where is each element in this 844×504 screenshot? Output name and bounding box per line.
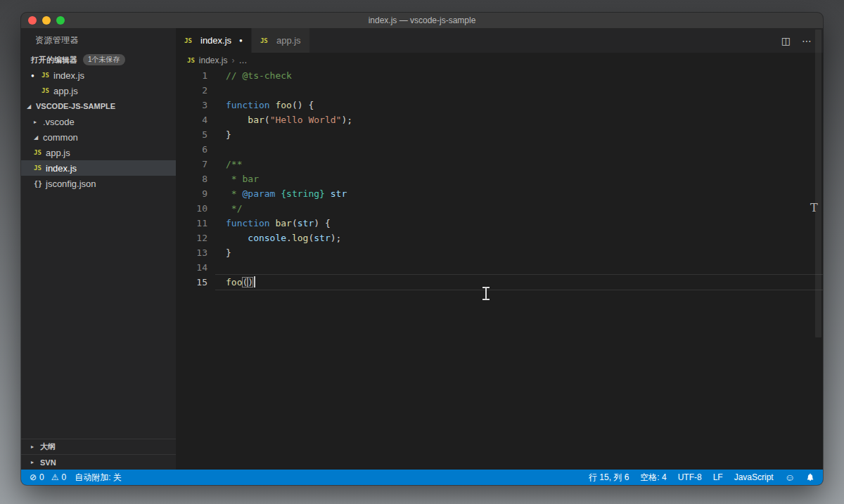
feedback-smiley-icon[interactable]: ☺	[785, 472, 795, 482]
open-editors-header[interactable]: 打开的编辑器 1个未保存	[21, 52, 176, 67]
js-file-icon: JS	[34, 149, 46, 156]
tree-item-jsconfig.json[interactable]: {}jsconfig.json	[21, 176, 176, 191]
line-number[interactable]: 6	[176, 142, 207, 157]
line-number[interactable]: 9	[176, 186, 207, 201]
auto-attach-indicator[interactable]: 自动附加: 关	[75, 472, 122, 484]
vertical-scrollbar[interactable]	[815, 30, 821, 337]
explorer-sidebar: 资源管理器 打开的编辑器 1个未保存 ●JSindex.js●JSapp.js …	[21, 28, 176, 470]
line-number[interactable]: 12	[176, 231, 207, 245]
line-number[interactable]: 15	[176, 275, 207, 290]
code-line[interactable]: 12 console.log(str);	[176, 231, 823, 245]
status-eol[interactable]: LF	[713, 472, 723, 482]
code-token: );	[331, 233, 342, 243]
status-cursor-position[interactable]: 行 15, 列 6	[589, 472, 629, 484]
problems-indicator[interactable]: ⊘ 0 ⚠ 0	[30, 472, 66, 482]
code-line[interactable]: 15foo()	[176, 275, 823, 290]
code-line[interactable]: 1// @ts-check	[176, 68, 823, 83]
code-line[interactable]: 5}	[176, 127, 823, 142]
line-number[interactable]: 11	[176, 216, 207, 231]
code-token: *	[226, 188, 242, 199]
tree-item-app.js[interactable]: JSapp.js	[21, 145, 176, 160]
open-editor-label: index.js	[53, 70, 84, 81]
open-editor-item-index.js[interactable]: ●JSindex.js	[21, 67, 176, 83]
sidebar-panel-大纲[interactable]: ▸大纲	[21, 439, 176, 454]
breadcrumb-file[interactable]: index.js	[199, 56, 228, 65]
line-number[interactable]: 7	[176, 157, 207, 172]
tab-bar: JSindex.js●JSapp.js ◫ ⋯	[176, 28, 823, 53]
tab-label: index.js	[200, 35, 231, 46]
js-file-icon: JS	[41, 87, 53, 94]
line-number[interactable]: 8	[176, 172, 207, 186]
code-line[interactable]: 10 */	[176, 201, 823, 216]
code-token: );	[341, 115, 352, 125]
code-line[interactable]: 2	[176, 83, 823, 98]
code-text: }	[226, 127, 231, 142]
status-indentation[interactable]: 空格: 4	[640, 472, 666, 484]
code-token: function	[226, 100, 270, 110]
code-line[interactable]: 13}	[176, 245, 823, 260]
line-number[interactable]: 3	[176, 98, 207, 112]
project-section-header[interactable]: ◢ VSCODE-JS-SAMPLE	[21, 98, 176, 114]
status-bar-right: 行 15, 列 6空格: 4UTF-8LFJavaScript☺	[589, 472, 814, 484]
code-token: }	[226, 129, 231, 140]
status-bar: ⊘ 0 ⚠ 0 自动附加: 关 行 15, 列 6空格: 4UTF-8LFJav…	[21, 470, 823, 485]
code-line[interactable]: 9 * @param {string} str	[176, 186, 823, 201]
code-text: /**	[226, 157, 242, 172]
code-line[interactable]: 11function bar(str) {	[176, 216, 823, 231]
code-line[interactable]: 8 * bar	[176, 172, 823, 186]
js-file-icon: JS	[260, 37, 272, 44]
maximize-window-button[interactable]	[56, 16, 65, 25]
breadcrumb-symbol[interactable]: …	[239, 56, 248, 65]
chevron-expanded-icon: ◢	[34, 134, 43, 141]
line-number[interactable]: 4	[176, 112, 207, 127]
warning-count: 0	[62, 472, 67, 482]
notifications-bell-icon[interactable]	[806, 473, 814, 482]
code-text: }	[226, 245, 231, 260]
tree-item-index.js[interactable]: JSindex.js	[21, 160, 176, 176]
code-token: function	[226, 218, 270, 228]
close-window-button[interactable]	[28, 16, 37, 25]
code-token: {string}	[281, 188, 325, 199]
line-number[interactable]: 1	[176, 68, 207, 83]
code-token: )	[248, 277, 253, 287]
sidebar-panel-SVN[interactable]: ▸SVN	[21, 454, 176, 470]
status-encoding[interactable]: UTF-8	[678, 472, 702, 482]
code-line[interactable]: 6	[176, 142, 823, 157]
status-language-mode[interactable]: JavaScript	[734, 472, 774, 482]
code-token: (	[264, 115, 270, 125]
code-editor[interactable]: 1// @ts-check23function foo() {4 bar("He…	[176, 68, 823, 470]
open-editor-item-app.js[interactable]: ●JSapp.js	[21, 83, 176, 98]
tab-index.js[interactable]: JSindex.js●	[176, 28, 252, 53]
tab-app.js[interactable]: JSapp.js	[252, 28, 310, 53]
json-file-icon: {}	[34, 180, 46, 188]
code-line[interactable]: 14	[176, 260, 823, 275]
line-number[interactable]: 10	[176, 201, 207, 216]
error-count: 0	[39, 472, 44, 482]
code-text: function foo() {	[226, 98, 314, 112]
js-file-icon: JS	[41, 72, 53, 79]
more-actions-icon[interactable]: ⋯	[802, 36, 812, 46]
panel-label: SVN	[40, 458, 56, 467]
line-number[interactable]: 14	[176, 260, 207, 275]
editor-group: JSindex.js●JSapp.js ◫ ⋯ JS index.js › … …	[176, 28, 823, 470]
line-number[interactable]: 13	[176, 245, 207, 260]
code-line[interactable]: 3function foo() {	[176, 98, 823, 112]
line-number[interactable]: 5	[176, 127, 207, 142]
minimize-window-button[interactable]	[42, 16, 51, 25]
modified-dot-icon[interactable]: ●	[239, 37, 243, 44]
js-file-icon: JS	[187, 57, 195, 64]
tree-item-common[interactable]: ◢common	[21, 129, 176, 145]
js-file-icon: JS	[184, 37, 196, 44]
tree-item-.vscode[interactable]: ▸.vscode	[21, 114, 176, 129]
code-token: */	[226, 203, 242, 214]
code-line[interactable]: 4 bar("Hello World");	[176, 112, 823, 127]
code-text: * bar	[226, 172, 259, 186]
code-token: /**	[226, 159, 242, 169]
line-number[interactable]: 2	[176, 83, 207, 98]
split-editor-icon[interactable]: ◫	[781, 36, 791, 46]
code-token: .	[286, 233, 292, 243]
code-line[interactable]: 7/**	[176, 157, 823, 172]
tree-item-label: app.js	[46, 148, 70, 158]
sidebar-spacer	[21, 191, 176, 439]
open-editors-label: 打开的编辑器	[31, 55, 77, 65]
